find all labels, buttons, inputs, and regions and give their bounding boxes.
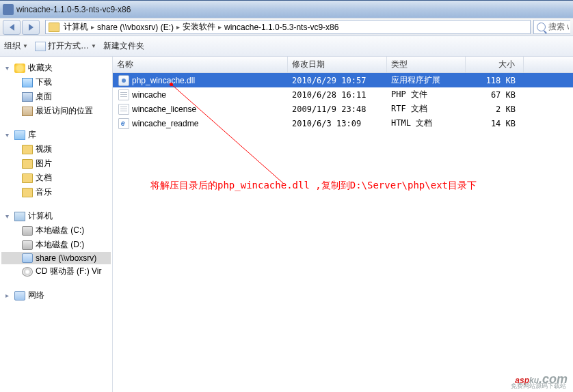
file-row[interactable]: php_wincache.dll2010/6/29 10:57应用程序扩展118… <box>113 73 573 87</box>
app-icon <box>35 42 46 51</box>
file-row[interactable]: wincache_license2009/11/9 23:48RTF 文档2 K… <box>113 102 573 116</box>
search-icon <box>537 23 546 31</box>
folder-icon <box>22 173 33 183</box>
breadcrumb-item[interactable]: 计算机 <box>64 21 88 33</box>
file-date: 2010/6/29 10:57 <box>288 76 387 85</box>
recent-icon <box>22 107 33 116</box>
column-size[interactable]: 大小 <box>466 57 524 72</box>
sidebar-item-recent[interactable]: 最近访问的位置 <box>1 104 111 118</box>
chevron-down-icon: ▼ <box>23 43 28 49</box>
organize-menu[interactable]: 组织▼ <box>4 40 28 52</box>
network-icon <box>14 291 25 300</box>
file-type: HTML 文档 <box>387 117 466 129</box>
breadcrumb-item[interactable]: 安装软件 <box>183 21 215 33</box>
cd-icon <box>22 267 33 277</box>
file-date: 2009/11/9 23:48 <box>288 104 387 114</box>
window-titlebar: wincache-1.1.0-5.3-nts-vc9-x86 <box>0 0 573 18</box>
new-folder-label: 新建文件夹 <box>103 40 144 52</box>
address-bar[interactable]: 计算机▸ share (\\vboxsrv) (E:)▸ 安装软件▸ winca… <box>45 20 531 34</box>
file-date: 2010/6/3 13:09 <box>288 119 387 128</box>
download-icon <box>22 78 33 87</box>
file-icon <box>118 75 129 86</box>
sidebar-item-share[interactable]: share (\\vboxsrv) <box>1 252 111 264</box>
chevron-right-icon: ▸ <box>218 23 222 31</box>
sidebar-item-videos[interactable]: 视频 <box>1 142 111 156</box>
file-size: 67 KB <box>466 90 524 100</box>
column-type[interactable]: 类型 <box>387 57 466 72</box>
search-input[interactable] <box>548 23 569 32</box>
sidebar-item-desktop[interactable]: 桌面 <box>1 89 111 104</box>
file-icon <box>118 118 129 129</box>
network-header[interactable]: ▸网络 <box>1 288 111 303</box>
organize-label: 组织 <box>4 40 21 52</box>
network-label: 网络 <box>28 290 44 301</box>
sidebar-item-disk-d[interactable]: 本地磁盘 (D:) <box>1 238 111 252</box>
file-row[interactable]: wincache2010/6/28 16:11PHP 文件67 KB <box>113 87 573 102</box>
folder-icon <box>22 159 33 169</box>
chevron-right-icon: ▸ <box>176 23 180 31</box>
folder-icon <box>49 23 59 32</box>
file-type: 应用程序扩展 <box>387 74 466 86</box>
file-name: wincache_readme <box>132 119 198 128</box>
sidebar-item-pictures[interactable]: 图片 <box>1 156 111 171</box>
file-name: wincache <box>132 90 166 100</box>
chevron-right-icon: ▸ <box>91 23 94 31</box>
disclosure-icon: ▸ <box>4 292 10 298</box>
breadcrumb: 计算机▸ share (\\vboxsrv) (E:)▸ 安装软件▸ winca… <box>62 21 340 33</box>
computer-icon <box>14 212 25 221</box>
file-icon <box>118 89 129 100</box>
open-with-menu[interactable]: 打开方式…▼ <box>35 40 96 52</box>
star-icon <box>14 64 25 73</box>
file-icon <box>118 104 129 115</box>
file-size: 118 KB <box>466 76 524 85</box>
command-bar: 组织▼ 打开方式…▼ 新建文件夹 <box>0 36 573 57</box>
file-type: PHP 文件 <box>387 89 466 100</box>
disk-icon <box>22 226 33 236</box>
sidebar-item-documents[interactable]: 文档 <box>1 171 111 185</box>
app-icon <box>3 4 14 15</box>
file-name: wincache_license <box>132 104 196 114</box>
sidebar-item-cd[interactable]: CD 驱动器 (F:) Vir <box>1 264 111 279</box>
sidebar-item-disk-c[interactable]: 本地磁盘 (C:) <box>1 223 111 238</box>
libraries-header[interactable]: ▾库 <box>1 128 111 142</box>
libraries-label: 库 <box>28 129 36 141</box>
sidebar-item-music[interactable]: 音乐 <box>1 185 111 199</box>
computer-header[interactable]: ▾计算机 <box>1 209 111 223</box>
annotation-text: 将解压目录后的php_wincache.dll ,复制到D:\Server\ph… <box>150 180 477 192</box>
libraries-icon <box>14 130 25 140</box>
network-drive-icon <box>22 253 33 263</box>
file-row[interactable]: wincache_readme2010/6/3 13:09HTML 文档14 K… <box>113 116 573 130</box>
file-type: RTF 文档 <box>387 103 466 115</box>
computer-label: 计算机 <box>28 210 53 222</box>
window-title: wincache-1.1.0-5.3-nts-vc9-x86 <box>16 5 131 14</box>
column-date[interactable]: 修改日期 <box>288 57 387 72</box>
favorites-header[interactable]: ▾收藏夹 <box>1 61 111 75</box>
column-name[interactable]: 名称 <box>113 57 288 72</box>
disclosure-icon: ▾ <box>4 65 10 71</box>
folder-icon <box>22 145 33 154</box>
navigation-pane: ▾收藏夹 下载 桌面 最近访问的位置 ▾库 视频 图片 文档 音乐 ▾计算机 本… <box>0 57 113 392</box>
annotation-dot-icon <box>170 83 173 86</box>
file-name: php_wincache.dll <box>132 76 195 85</box>
arrow-right-icon <box>29 24 34 31</box>
breadcrumb-item[interactable]: wincache-1.1.0-5.3-nts-vc9-x86 <box>224 23 338 32</box>
favorites-label: 收藏夹 <box>28 62 53 74</box>
breadcrumb-item[interactable]: share (\\vboxsrv) (E:) <box>97 23 174 32</box>
sidebar-item-downloads[interactable]: 下载 <box>1 75 111 89</box>
navigation-bar: 计算机▸ share (\\vboxsrv) (E:)▸ 安装软件▸ winca… <box>0 18 573 36</box>
disk-icon <box>22 240 33 250</box>
search-box[interactable] <box>533 20 570 34</box>
chevron-down-icon: ▼ <box>91 43 96 49</box>
disclosure-icon: ▾ <box>4 213 10 219</box>
forward-button[interactable] <box>22 20 40 35</box>
disclosure-icon: ▾ <box>4 132 10 138</box>
file-size: 2 KB <box>466 104 524 114</box>
watermark-subtitle: 免费网站源码下载站 <box>511 382 566 391</box>
new-folder-button[interactable]: 新建文件夹 <box>103 40 144 52</box>
column-headers: 名称 修改日期 类型 大小 <box>113 57 573 73</box>
file-date: 2010/6/28 16:11 <box>288 90 387 100</box>
file-size: 14 KB <box>466 119 524 128</box>
open-with-label: 打开方式… <box>48 40 89 52</box>
back-button[interactable] <box>3 20 21 35</box>
arrow-left-icon <box>10 24 14 31</box>
